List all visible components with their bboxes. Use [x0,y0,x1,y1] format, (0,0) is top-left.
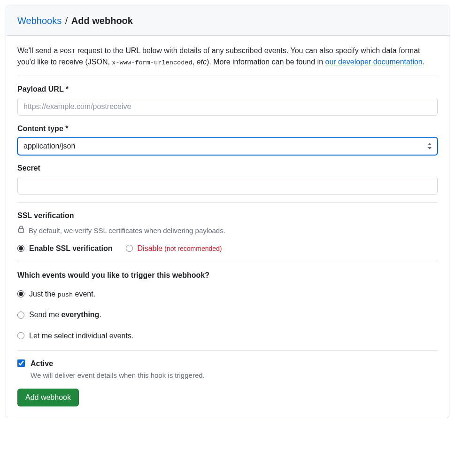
events-section: Which events would you like to trigger t… [17,270,438,343]
secret-input[interactable] [17,177,438,195]
intro-part: , [193,58,197,66]
divider [17,76,438,76]
events-individual-radio[interactable] [17,332,24,339]
events-push-post: event. [73,290,95,298]
events-everything-option[interactable]: Send me everything. [17,309,101,320]
breadcrumb-parent-link[interactable]: Webhooks [17,16,62,26]
ssl-note: By default, we verify SSL certificates w… [17,225,438,236]
payload-url-field: Payload URL * [17,84,438,116]
intro-part: . [423,58,424,66]
breadcrumb-separator: / [65,16,68,26]
add-webhook-panel: Webhooks / Add webhook We'll send a POST… [6,6,449,418]
ssl-disable-radio[interactable] [126,245,133,252]
intro-part: ). More information can be found in [207,58,325,66]
ssl-disable-option[interactable]: Disable (not recommended) [126,243,222,254]
post-code: POST [60,48,76,55]
secret-label: Secret [17,163,438,174]
divider [17,262,438,262]
panel-header: Webhooks / Add webhook [6,6,449,36]
ssl-title: SSL verification [17,210,438,221]
content-type-label: Content type * [17,123,438,134]
active-description: We will deliver event details when this … [31,370,205,381]
events-push-label: Just the push event. [29,289,95,300]
ssl-disable-note: (not recommended) [164,245,222,252]
events-push-pre: Just the [29,290,57,298]
events-everything-radio[interactable] [17,312,24,319]
lock-icon [17,225,25,236]
ssl-disable-text: Disable [138,244,162,252]
events-everything-pre: Send me [29,311,61,319]
events-everything-strong: everything [61,311,99,319]
events-everything-label: Send me everything. [29,309,101,320]
ssl-enable-option[interactable]: Enable SSL verification [17,243,113,254]
events-everything-post: . [99,311,101,319]
secret-field: Secret [17,163,438,195]
ssl-enable-radio[interactable] [17,245,24,252]
ssl-verification-section: SSL verification By default, we verify S… [17,210,438,254]
active-checkbox[interactable] [17,359,25,367]
events-title: Which events would you like to trigger t… [17,270,438,281]
content-type-field: Content type * application/json [17,123,438,155]
add-webhook-button[interactable]: Add webhook [17,389,79,406]
payload-url-input[interactable] [17,98,438,116]
events-push-option[interactable]: Just the push event. [17,289,95,300]
developer-docs-link[interactable]: our developer documentation [325,58,422,66]
content-type-select[interactable]: application/json [17,137,438,155]
events-individual-option[interactable]: Let me select individual events. [17,330,133,342]
content-type-select-wrap: application/json [17,137,438,155]
breadcrumb-current: Add webhook [71,16,133,26]
ssl-disable-label: Disable (not recommended) [138,243,222,254]
active-section: Active We will deliver event details whe… [17,358,438,381]
divider [17,350,438,351]
ssl-enable-label: Enable SSL verification [29,243,113,254]
events-push-radio[interactable] [17,290,24,297]
ssl-note-text: By default, we verify SSL certificates w… [29,226,225,236]
events-push-code: push [57,291,73,298]
payload-url-label: Payload URL * [17,84,438,95]
divider [17,202,438,203]
etc-text: etc [197,58,207,66]
active-label: Active [31,358,205,369]
ssl-radio-row: Enable SSL verification Disable (not rec… [17,243,438,254]
xform-code: x-www-form-urlencoded [112,59,192,66]
active-text: Active We will deliver event details whe… [31,358,205,381]
breadcrumb: Webhooks / Add webhook [17,14,438,28]
panel-body: We'll send a POST request to the URL bel… [6,36,449,418]
intro-text: We'll send a POST request to the URL bel… [17,45,438,68]
intro-part: We'll send a [17,47,60,55]
events-individual-label: Let me select individual events. [29,330,133,342]
